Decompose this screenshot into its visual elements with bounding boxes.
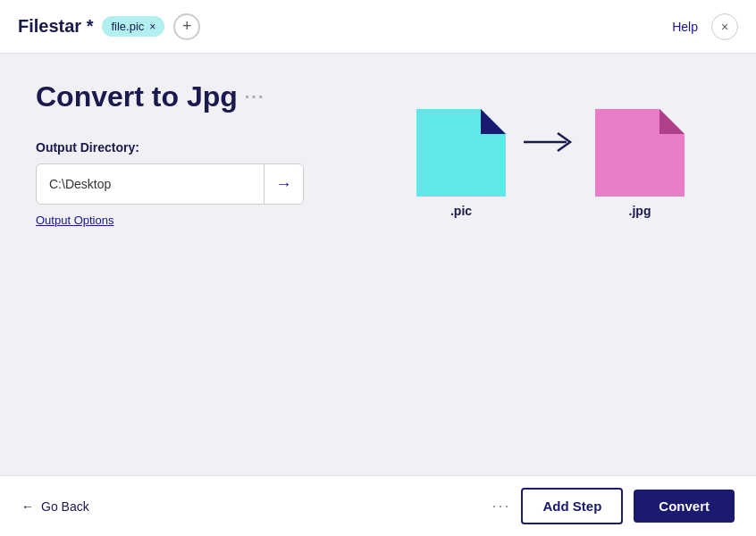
arrow-svg [524, 129, 577, 155]
output-section: Output Directory: → Output Options [36, 140, 393, 227]
target-file-ext: .jpg [629, 204, 651, 218]
output-directory-label: Output Directory: [36, 140, 393, 155]
output-options-link[interactable]: Output Options [36, 214, 113, 227]
back-arrow-icon: ← [21, 499, 34, 514]
more-options-button[interactable]: ··· [491, 497, 510, 515]
source-file-ext: .pic [450, 204, 472, 218]
output-input-row: → [36, 163, 304, 205]
header-right: Help × [672, 13, 738, 40]
header-left: Filestar * file.pic × + [18, 13, 200, 40]
add-file-icon: + [182, 17, 192, 36]
source-file-svg [416, 89, 506, 197]
help-link[interactable]: Help [672, 20, 698, 34]
source-file-shape [416, 89, 506, 197]
source-file-icon: .pic [416, 89, 506, 218]
go-back-label: Go Back [41, 499, 89, 514]
add-step-button[interactable]: Add Step [521, 488, 623, 524]
output-arrow-icon: → [276, 175, 292, 194]
footer: ← Go Back ··· Add Step Convert [0, 475, 756, 536]
svg-marker-1 [481, 109, 506, 134]
file-chip[interactable]: file.pic × [102, 16, 164, 37]
output-browse-button[interactable]: → [264, 164, 303, 204]
svg-marker-4 [659, 109, 685, 134]
target-file-svg [595, 89, 685, 197]
conversion-illustration: .pic .jpg [416, 89, 685, 218]
close-button[interactable]: × [711, 13, 738, 40]
file-chip-label: file.pic [111, 20, 144, 33]
conversion-arrow [524, 129, 577, 161]
target-file-shape [595, 89, 685, 197]
add-file-button[interactable]: + [173, 13, 200, 40]
footer-right: ··· Add Step Convert [491, 488, 735, 524]
header: Filestar * file.pic × + Help × [0, 0, 756, 54]
go-back-button[interactable]: ← Go Back [21, 499, 89, 514]
target-file-icon: .jpg [595, 89, 685, 218]
more-options-icon: ··· [491, 497, 510, 515]
main-content: Convert to Jpg ··· Output Directory: → O… [0, 54, 756, 475]
app-title: Filestar * [18, 16, 93, 37]
convert-button[interactable]: Convert [634, 490, 735, 523]
file-chip-close-icon[interactable]: × [149, 21, 155, 32]
page-title: Convert to Jpg [36, 80, 238, 113]
title-dots: ··· [245, 87, 265, 107]
output-directory-input[interactable] [37, 168, 264, 200]
close-icon: × [721, 20, 728, 34]
